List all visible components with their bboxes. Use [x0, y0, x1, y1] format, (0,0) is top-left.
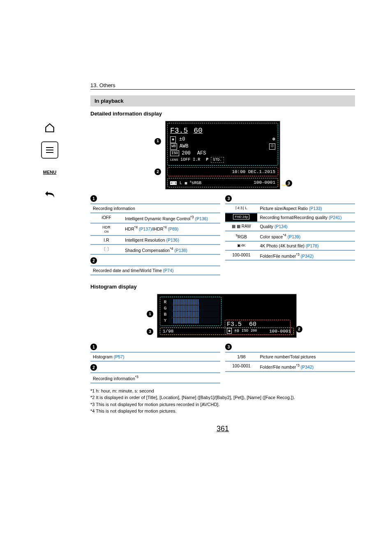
link-p178[interactable]: (P178) [306, 243, 319, 248]
footnote-3: *3 This is not displayed for motion pict… [90, 401, 355, 408]
table-section1: Recording information iOFF Intelligent D… [90, 203, 220, 255]
callout-h2: 2 [296, 326, 302, 332]
cell-ratio: Picture size/Aspect Ratio (P133) [257, 204, 355, 213]
hist-r: R [162, 300, 168, 305]
link-p138[interactable]: (P138) [174, 247, 187, 252]
cell-hdr: HDR*4 (P137)/iHDR*4 (P89) [122, 223, 220, 235]
rec-date-head: Recorded date and time/World Time (P74) [90, 266, 220, 275]
fig1-p: P [206, 157, 208, 163]
section-title: In playback [90, 95, 355, 106]
cell-ioff-icon: iOFF [90, 213, 122, 223]
fig1-filenum: 100-0001 [254, 180, 275, 185]
callout-2: 2 [154, 169, 161, 175]
menu-icon[interactable]: MENU [41, 164, 58, 181]
cell-4k: 4K Photo (4K burst file) (P178) [257, 241, 355, 250]
detailed-display-figure: 1 F3.5 60 ✱ ±0 ⊛ WB AWB ⦾ [136, 121, 309, 189]
iso-icon: ISO [170, 150, 179, 157]
fig1-srgb: sRGB [191, 181, 201, 185]
rec-info-head: Recording information [90, 204, 220, 213]
footnote-2: *2 It is displayed in order of [Title], … [90, 394, 355, 401]
subheading-histogram: Histogram display [90, 284, 355, 290]
recinfo-head: Recording information*3 [90, 373, 220, 383]
hist-head: Histogram (P57) [90, 352, 220, 361]
table-section3: ⌈4:3⌋ L Picture size/Aspect Ratio (P133)… [225, 203, 355, 261]
bullet-2: 2 [90, 257, 97, 264]
cell-quality-icon: ▦ ▦ RAW [225, 222, 257, 231]
fig1-wb: AWB [180, 143, 189, 150]
callout-3: 3 [286, 180, 292, 187]
histogram-tables: 1 Histogram (P57) 2 Recording informatio… [90, 344, 355, 383]
hist-y: Y [162, 318, 168, 323]
link-p74[interactable]: (P74) [163, 268, 174, 273]
lens-icon: LENS [170, 157, 178, 162]
footnote-1: *1 h: hour, m: minute, s: second [90, 388, 355, 395]
cell-hfilenum: Folder/File number*3 (P342) [257, 361, 355, 372]
sidebar: MENU [41, 119, 62, 208]
bullet-h1: 1 [90, 344, 97, 350]
back-icon[interactable] [41, 186, 58, 203]
link-p136b[interactable]: (P136) [166, 238, 179, 242]
cell-ratio-icon: ⌈4:3⌋ L [225, 204, 257, 213]
fig1-datetime: 10:00 DEC.1.2015 [232, 169, 275, 174]
fig1-ioff: iOFF [180, 157, 190, 163]
bullet-1: 1 [90, 195, 97, 202]
bullet-3: 3 [225, 195, 232, 202]
link-p89[interactable]: (P89) [168, 226, 179, 231]
cell-hcounter: Picture number/Total pictures [257, 352, 355, 361]
fig1-afs: AFS [197, 150, 206, 157]
link-p241[interactable]: (P241) [329, 215, 342, 220]
histogram-display-figure: 1 3 R G B Y F3.5 60 ✱ ±0 ISO200 [136, 294, 309, 338]
callout-h3: 3 [147, 328, 153, 335]
link-p137[interactable]: (P137) [139, 226, 152, 231]
link-p139[interactable]: (P139) [288, 234, 301, 239]
cell-srgb-icon: sRGB [225, 231, 257, 241]
callout-1: 1 [154, 138, 161, 145]
cell-4k-icon: ▣4K [225, 241, 257, 250]
footnote-4: *4 This is not displayed for motion pict… [90, 408, 355, 415]
fig1-aperture: F3.5 [170, 126, 188, 136]
link-p134[interactable]: (P134) [274, 224, 288, 229]
bullet-h3: 3 [225, 344, 232, 350]
cell-quality: Quality (P134) [257, 222, 355, 231]
table-hsection2: Recording information*3 [90, 372, 220, 383]
wb-icon: WB [170, 143, 177, 150]
cell-ir-icon: I.R [90, 235, 122, 245]
cell-colorspace: Color space*4 (P139) [257, 231, 355, 241]
cell-recfmt-icon: FHD 24p [225, 213, 257, 222]
fig2-recinfo: F3.5 60 ✱ ±0 ISO200 2 [225, 320, 291, 335]
link-p133[interactable]: (P133) [309, 206, 322, 211]
table-hsection1: Histogram (P57) [90, 352, 220, 362]
fig2-counter: 1/98 [163, 329, 173, 334]
histogram-box: R G B Y [160, 297, 221, 326]
link-p57[interactable]: (P57) [114, 354, 125, 359]
footnotes: *1 h: hour, m: minute, s: second *2 It i… [90, 388, 355, 415]
fig1-std: STD. [211, 157, 224, 163]
table-section2: Recorded date and time/World Time (P74) [90, 265, 220, 275]
fig1-shutter: 60 [194, 126, 203, 136]
cell-recfmt: Recording format/Recording quality (P241… [257, 213, 355, 222]
cell-filenum: Folder/File number*3 (P342) [257, 250, 355, 261]
fig1-iso: 200 [182, 150, 191, 157]
cell-idr: Intelligent Dynamic Range Control*3 (P13… [122, 213, 220, 223]
fig1-ev: ±0 [179, 136, 185, 143]
callout-h1: 1 [147, 311, 153, 317]
cell-hdr-icon: HDRON [90, 223, 122, 235]
toc-icon[interactable] [41, 141, 58, 159]
link-p342[interactable]: (P342) [301, 253, 314, 258]
cell-ires: Intelligent Resolution (P136) [122, 235, 220, 245]
cell-filenum-icon: 100-0001 [225, 250, 257, 261]
detailed-tables: 1 Recording information iOFF Intelligent… [90, 195, 355, 275]
home-icon[interactable] [41, 119, 58, 136]
cell-shading-icon: 〔 〕 [90, 245, 122, 255]
page-number: 361 [90, 425, 355, 433]
fig1-ir: I.R [193, 157, 200, 163]
link-p342b[interactable]: (P342) [301, 365, 314, 369]
hist-g: G [162, 306, 168, 311]
link-p136[interactable]: (P136) [195, 216, 208, 221]
cell-shading: Shading Compensation*4 (P138) [122, 245, 220, 255]
hist-b: B [162, 312, 168, 317]
cell-hfilenum-icon: 100-0001 [225, 361, 257, 372]
bullet-h2: 2 [90, 364, 97, 371]
table-hsection3: 1/98 Picture number/Total pictures 100-0… [225, 352, 355, 372]
chapter-heading: 13. Others [90, 82, 355, 90]
